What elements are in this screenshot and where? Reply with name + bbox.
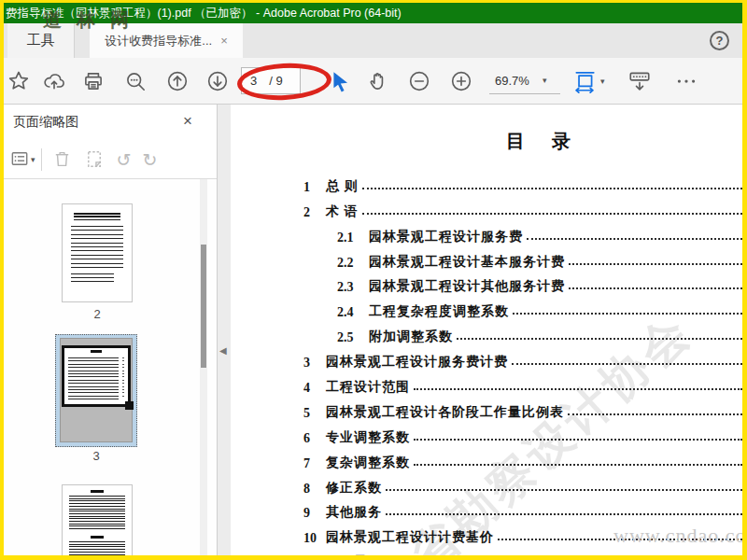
favorites-star-icon[interactable] [7, 69, 31, 93]
toc-entry: 2.1 园林景观工程设计服务费 [231, 220, 742, 245]
toc-entry-number: 2.1 [337, 231, 369, 245]
more-tools-icon[interactable] [674, 69, 697, 93]
thumbnail-text-preview [71, 226, 123, 271]
page-total-label: / 9 [269, 74, 282, 88]
toc-entry-text: 术 语 [326, 203, 359, 220]
toc-entry-text: 园林景观工程设计服务费 [369, 229, 523, 245]
toc-entry-number: 2.3 [337, 280, 369, 295]
scrollbar-thumb[interactable] [201, 245, 206, 368]
zoom-out-icon[interactable] [407, 69, 431, 93]
thumbnail-text-preview [91, 350, 102, 353]
thumbnail-page-2[interactable] [62, 203, 133, 302]
chevron-down-icon[interactable]: ▾ [600, 77, 605, 86]
extract-page-icon[interactable] [84, 148, 106, 170]
toc-entry: 6 专业调整系数 [231, 421, 742, 446]
toc-entry-text: 复杂调整系数 [326, 455, 410, 471]
thumbnails-scrollbar[interactable] [200, 179, 207, 555]
toc-entry-number: 5 [303, 406, 326, 421]
tab-document[interactable]: 设计收费指导标准... × [90, 23, 243, 58]
toc-entry-text: 附加调整系数 [369, 329, 453, 345]
thumbnail-options-icon[interactable]: ▾ [9, 148, 35, 170]
rotate-clockwise-icon[interactable]: ↻ [142, 149, 157, 170]
toc-entry-number: 6 [303, 431, 326, 446]
acrobat-window: 费指导标准（园林景观工程）(1).pdf （已加密） - Adobe Acrob… [4, 3, 742, 555]
tab-tools[interactable]: 工具 [7, 23, 75, 58]
toc-entry: 2.3 园林景观工程设计其他服务计费 [231, 271, 742, 296]
current-view-box[interactable] [62, 345, 131, 407]
toc-entry: 1 总 则 [231, 170, 742, 195]
help-icon[interactable]: ? [710, 31, 729, 50]
thumbnail-text-preview [122, 357, 124, 399]
thumbnail-page-3 [60, 338, 133, 442]
toc-entry-number: 2.4 [337, 305, 369, 320]
tab-document-label: 设计收费指导标准... [105, 33, 212, 49]
zoom-in-icon[interactable] [449, 69, 473, 93]
zoom-level-dropdown[interactable]: 69.7% ▾ [489, 67, 560, 94]
toc-entry: 10 园林景观工程设计计费基价 [231, 521, 742, 546]
main-toolbar: 3 / 9 69.7% ▾ ▾ [4, 58, 742, 105]
rotate-counterclockwise-icon[interactable]: ↺ [117, 149, 132, 170]
toc-entry: 4 工程设计范围 [231, 371, 742, 396]
toc-leader-dots [512, 363, 742, 365]
tab-close-icon[interactable]: × [220, 34, 228, 48]
previous-page-icon[interactable] [165, 69, 190, 93]
toc-leader-dots [498, 539, 742, 540]
tab-tools-label: 工具 [27, 32, 55, 49]
toc-leader-dots [362, 188, 743, 189]
thumbnail-text-preview [69, 541, 125, 555]
thumbnail-page-4[interactable] [62, 484, 133, 555]
next-page-icon[interactable] [205, 69, 230, 93]
toc-entry: 9 其他服务 [231, 497, 742, 522]
zoom-level-value: 69.7% [495, 74, 529, 88]
panel-close-icon[interactable]: × [183, 113, 192, 129]
panel-splitter[interactable]: ◀ [217, 105, 231, 555]
toc-entry-number: 2 [303, 205, 326, 220]
toc-leader-dots [527, 238, 742, 240]
toc-title: 目 录 [506, 129, 582, 154]
toc-entry-text: 园林景观工程设计服务费计费 [326, 354, 508, 371]
thumbnail-page-3-selected[interactable] [55, 334, 137, 447]
share-upload-icon[interactable] [42, 69, 66, 93]
thumbnail-text-preview [71, 273, 114, 283]
thumbnail-text-preview [69, 496, 125, 531]
hide-toolbar-icon[interactable] [627, 69, 650, 93]
print-icon[interactable] [81, 69, 106, 93]
toolbar-divider [41, 148, 42, 171]
thumbnail-page-2-label: 2 [62, 307, 133, 321]
thumbnail-text-preview [74, 213, 120, 222]
toc-leader-dots [569, 287, 742, 289]
page-number-field[interactable]: 3 / 9 [241, 67, 301, 94]
toc-entry: 2 术 语 [231, 195, 742, 220]
delete-page-icon[interactable] [51, 148, 73, 170]
thumbnails-panel: 页面缩略图 × ▾ ↺ ↻ [4, 105, 217, 555]
toc-entry: 11 园林景观工程设计按面积计费 [231, 546, 742, 555]
toc-list: 1 总 则 2 术 语 2.1 园林景观工程设计服务费 2.2 园林景观工程设计… [231, 170, 742, 555]
toc-entry: 2.5 附加调整系数 [231, 320, 742, 345]
toc-entry: 5 园林景观工程设计各阶段工作量比例表 [231, 396, 742, 421]
window-titlebar: 费指导标准（园林景观工程）(1).pdf （已加密） - Adobe Acrob… [4, 3, 742, 23]
view-box-resize-handle[interactable] [125, 401, 134, 410]
hand-tool-icon[interactable] [366, 69, 390, 93]
toc-entry-number: 9 [303, 506, 326, 521]
thumbnail-page-3-label: 3 [55, 449, 137, 463]
toc-entry-number: 8 [303, 482, 326, 497]
toc-entry-number: 1 [303, 180, 326, 195]
toc-entry-text: 园林景观工程设计基本服务计费 [369, 254, 565, 271]
toc-entry-text: 园林景观工程设计按面积计费 [326, 554, 508, 555]
toc-entry-text: 工程复杂程度调整系数 [369, 303, 509, 320]
toc-entry-text: 园林景观工程设计计费基价 [326, 529, 494, 546]
toc-entry-number: 2.2 [337, 256, 369, 271]
panel-collapse-icon[interactable]: ◀ [219, 345, 227, 356]
fit-width-icon[interactable] [572, 69, 597, 93]
search-icon[interactable] [123, 69, 148, 93]
toc-leader-dots [457, 338, 742, 340]
toc-entry-number: 2.5 [337, 330, 369, 345]
page-current-value: 3 [250, 74, 257, 88]
toc-entry-text: 总 则 [326, 178, 359, 195]
select-cursor-icon[interactable] [329, 70, 349, 91]
chevron-down-icon: ▾ [31, 155, 35, 164]
thumbnails-list: 2 3 [4, 179, 217, 555]
chevron-down-icon: ▾ [543, 76, 547, 85]
toc-entry-text: 专业调整系数 [326, 429, 410, 446]
toc-leader-dots [569, 263, 742, 265]
